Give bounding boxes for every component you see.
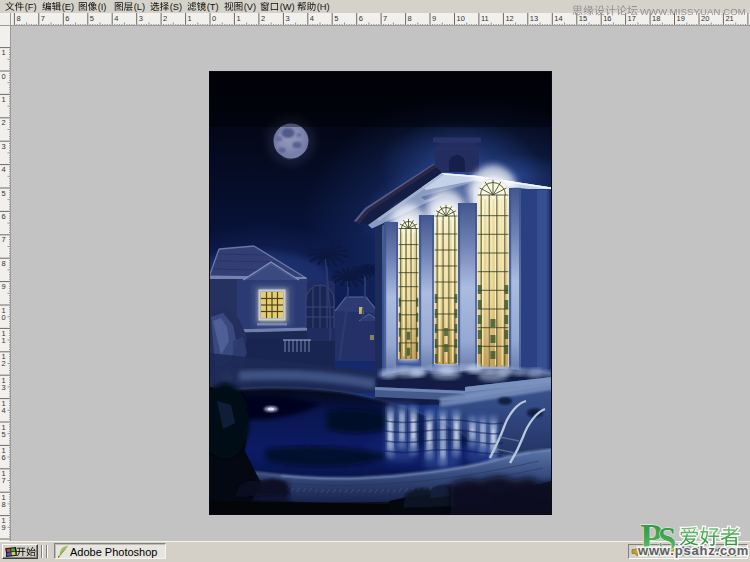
svg-text:4: 4 — [2, 165, 6, 174]
svg-text:2: 2 — [2, 359, 6, 368]
svg-text:(W): (W) — [280, 2, 295, 12]
svg-text:9: 9 — [2, 282, 6, 291]
svg-text:2: 2 — [261, 14, 265, 23]
svg-text:5: 5 — [2, 430, 6, 439]
svg-text:0: 0 — [212, 14, 216, 23]
svg-text:8: 8 — [408, 14, 412, 23]
svg-text:1: 1 — [236, 14, 240, 23]
svg-text:(S): (S) — [170, 2, 182, 12]
svg-text:13: 13 — [530, 14, 538, 23]
svg-text:1: 1 — [188, 14, 192, 23]
svg-text:(T): (T) — [207, 2, 219, 12]
svg-text:(F): (F) — [25, 2, 37, 12]
svg-text:5: 5 — [334, 14, 338, 23]
svg-text:0: 0 — [2, 313, 6, 322]
svg-text:4: 4 — [310, 14, 314, 23]
svg-text:11: 11 — [481, 14, 489, 23]
svg-text:3: 3 — [2, 142, 6, 151]
svg-text:(V): (V) — [244, 2, 256, 12]
svg-text:8: 8 — [16, 14, 20, 23]
svg-text:(L): (L) — [134, 2, 145, 12]
svg-text:www.psahz.com: www.psahz.com — [637, 543, 749, 558]
svg-text:3: 3 — [2, 383, 6, 392]
svg-text:(E): (E) — [62, 2, 74, 12]
svg-text:6: 6 — [65, 14, 69, 23]
svg-text:7: 7 — [41, 14, 45, 23]
svg-text:2: 2 — [2, 118, 6, 127]
svg-text:8: 8 — [2, 259, 6, 268]
svg-text:1: 1 — [2, 95, 6, 104]
svg-text:0: 0 — [2, 72, 6, 81]
svg-text:7: 7 — [383, 14, 387, 23]
svg-text:1: 1 — [2, 48, 6, 57]
svg-text:10: 10 — [457, 14, 465, 23]
svg-text:WWW.MISSYUAN.COM: WWW.MISSYUAN.COM — [640, 6, 746, 17]
svg-text:1: 1 — [2, 336, 6, 345]
svg-text:8: 8 — [2, 500, 6, 509]
svg-text:9: 9 — [432, 14, 436, 23]
svg-text:4: 4 — [2, 406, 6, 415]
svg-text:6: 6 — [359, 14, 363, 23]
svg-text:3: 3 — [285, 14, 289, 23]
svg-text:9: 9 — [2, 523, 6, 532]
svg-text:14: 14 — [554, 14, 562, 23]
svg-text:2: 2 — [163, 14, 167, 23]
svg-text:4: 4 — [114, 14, 118, 23]
svg-text:7: 7 — [2, 476, 6, 485]
svg-text:3: 3 — [139, 14, 143, 23]
svg-text:6: 6 — [2, 212, 6, 221]
svg-text:12: 12 — [505, 14, 513, 23]
svg-text:7: 7 — [2, 235, 6, 244]
svg-text:(I): (I) — [98, 2, 107, 12]
svg-text:6: 6 — [2, 453, 6, 462]
svg-text:(H): (H) — [317, 2, 330, 12]
svg-text:5: 5 — [90, 14, 94, 23]
svg-text:5: 5 — [2, 189, 6, 198]
